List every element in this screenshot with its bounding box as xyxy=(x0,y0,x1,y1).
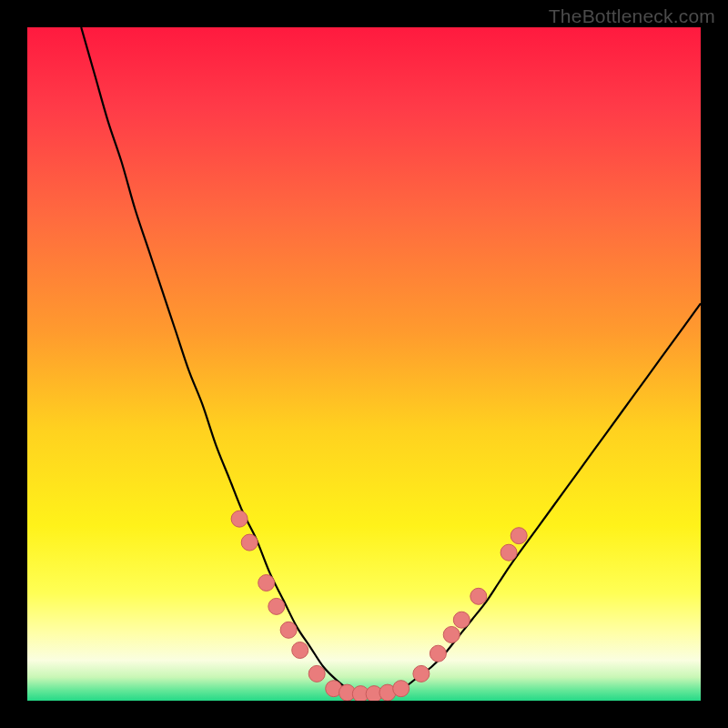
curve-layer xyxy=(27,27,701,701)
bottleneck-curve xyxy=(81,27,701,694)
data-point xyxy=(511,528,527,544)
data-point xyxy=(241,534,258,551)
data-point xyxy=(430,645,446,662)
chart-frame: TheBottleneck.com xyxy=(0,0,728,728)
data-point xyxy=(413,665,430,682)
data-point xyxy=(470,588,487,604)
watermark-text: TheBottleneck.com xyxy=(549,5,715,27)
data-point xyxy=(393,681,410,697)
data-point xyxy=(280,622,297,638)
data-point xyxy=(308,665,325,682)
data-point xyxy=(231,511,248,527)
data-point xyxy=(268,598,285,614)
data-point xyxy=(500,544,517,561)
data-point xyxy=(453,612,470,628)
data-point xyxy=(258,575,275,592)
data-point xyxy=(443,626,460,642)
plot-area xyxy=(27,27,701,701)
data-point xyxy=(292,642,308,659)
